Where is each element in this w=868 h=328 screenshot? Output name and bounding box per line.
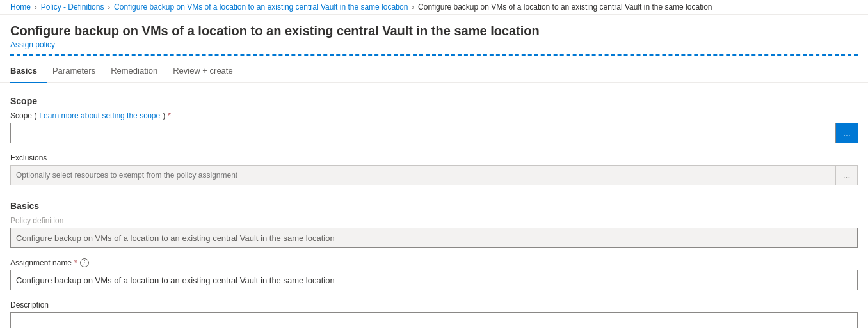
exclusions-input-row: ...	[10, 165, 858, 185]
page-header: Configure backup on VMs of a location to…	[0, 15, 868, 56]
exclusions-field-group: Exclusions ...	[10, 153, 858, 185]
scope-required-marker: *	[168, 111, 171, 120]
scope-section: Scope Scope (Learn more about setting th…	[10, 96, 858, 185]
page-title: Configure backup on VMs of a location to…	[10, 22, 858, 39]
assignment-name-label-text: Assignment name	[10, 258, 72, 267]
policy-definition-label: Policy definition	[10, 216, 858, 225]
policy-definition-input	[10, 228, 858, 248]
basics-section: Basics Policy definition Assignment name…	[10, 201, 858, 328]
tab-review-create[interactable]: Review + create	[173, 61, 243, 83]
scope-label-suffix: )	[163, 111, 165, 120]
assignment-name-field-group: Assignment name * i	[10, 258, 858, 290]
scope-label: Scope (Learn more about setting the scop…	[10, 111, 858, 120]
assignment-name-info-icon: i	[80, 258, 89, 267]
breadcrumb-sep-3: ›	[412, 3, 414, 11]
basics-section-title: Basics	[10, 201, 858, 211]
description-label: Description	[10, 301, 858, 309]
tab-bar: Basics Parameters Remediation Review + c…	[0, 61, 868, 83]
scope-field-group: Scope (Learn more about setting the scop…	[10, 111, 858, 143]
breadcrumb-policy-detail[interactable]: Configure backup on VMs of a location to…	[114, 3, 408, 12]
breadcrumb-sep-2: ›	[108, 3, 110, 11]
assignment-name-input[interactable]	[10, 270, 858, 290]
breadcrumb-policy-definitions[interactable]: Policy - Definitions	[41, 3, 104, 12]
breadcrumb-current: Configure backup on VMs of a location to…	[418, 3, 712, 12]
breadcrumb-sep-1: ›	[35, 3, 37, 11]
exclusions-browse-button[interactable]: ...	[836, 165, 858, 185]
policy-definition-field-group: Policy definition	[10, 216, 858, 248]
scope-input-row: ...	[10, 123, 858, 143]
scope-label-text: Scope (	[10, 111, 36, 120]
tab-basics[interactable]: Basics	[10, 61, 47, 83]
breadcrumb: Home › Policy - Definitions › Configure …	[0, 0, 868, 15]
main-content: Scope Scope (Learn more about setting th…	[0, 83, 868, 328]
assignment-name-label: Assignment name * i	[10, 258, 858, 267]
tab-remediation[interactable]: Remediation	[111, 61, 168, 83]
scope-learn-more-link[interactable]: Learn more about setting the scope	[39, 111, 160, 120]
scope-browse-button[interactable]: ...	[836, 123, 858, 143]
page-subtitle: Assign policy	[10, 40, 858, 56]
breadcrumb-home[interactable]: Home	[10, 3, 31, 12]
description-field-group: Description	[10, 301, 858, 328]
tab-parameters[interactable]: Parameters	[52, 61, 106, 83]
exclusions-label: Exclusions	[10, 153, 858, 162]
scope-input[interactable]	[10, 123, 836, 143]
assignment-name-required-marker: *	[74, 258, 77, 267]
exclusions-input[interactable]	[10, 165, 836, 185]
scope-section-title: Scope	[10, 96, 858, 106]
description-textarea[interactable]	[10, 312, 858, 328]
